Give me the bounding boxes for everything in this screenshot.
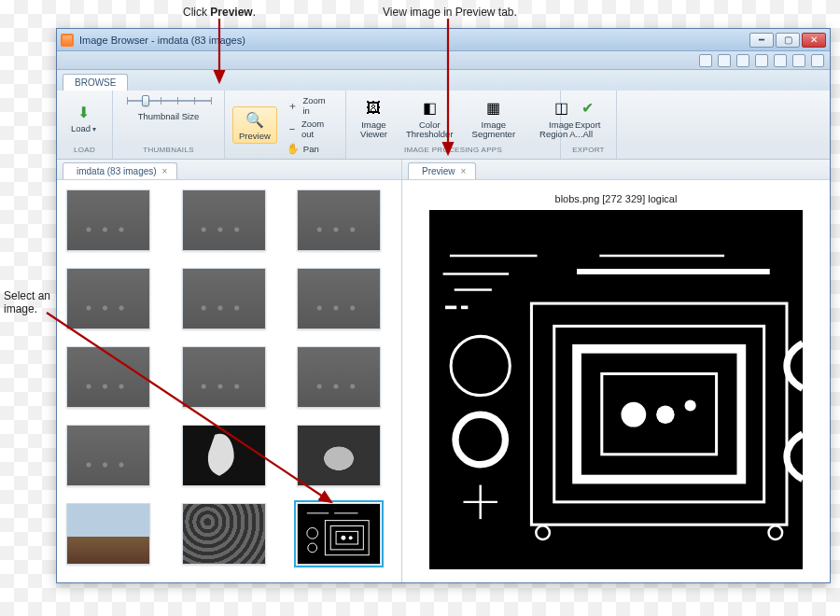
thumbnail[interactable] — [66, 189, 150, 251]
load-button[interactable]: ⬇ Load — [64, 99, 103, 136]
pan-button[interactable]: ✋Pan — [283, 141, 338, 156]
thumbnail-selected[interactable] — [297, 503, 381, 565]
thumbnail[interactable] — [297, 346, 381, 408]
zoom-in-icon: ＋ — [287, 99, 300, 112]
segmenter-icon: ▦ — [483, 98, 504, 119]
window-controls: ━ ▢ ✕ — [749, 33, 826, 48]
svg-rect-13 — [429, 235, 803, 544]
zoom-in-button[interactable]: ＋Zoom in — [283, 94, 338, 117]
pan-label: Pan — [303, 144, 319, 154]
load-icon: ⬇ — [74, 102, 94, 122]
load-label: Load — [71, 124, 96, 133]
group-label: IMAGE PROCESING APPS — [346, 146, 560, 159]
tab-label: imdata (83 images) — [77, 166, 157, 176]
left-pane-tabs: imdata (83 images) × — [57, 160, 401, 180]
qa-icon[interactable] — [718, 54, 731, 67]
annotation-view-preview-tab: View image in Preview tab. — [383, 6, 517, 19]
preview-button[interactable]: 🔍 Preview — [232, 106, 277, 144]
thumbnail[interactable] — [297, 189, 381, 251]
image-viewer-icon: 🖼 — [363, 98, 384, 119]
pan-icon: ✋ — [287, 142, 300, 155]
qa-icon[interactable] — [774, 54, 787, 67]
check-icon: ✔ — [578, 98, 598, 119]
window-title: Image Browser - imdata (83 images) — [79, 35, 245, 46]
ribbon-group-empty — [617, 91, 830, 159]
image-viewer-button[interactable]: 🖼Image Viewer — [354, 95, 394, 142]
thumbnail[interactable] — [66, 503, 150, 565]
thumbnail[interactable] — [182, 268, 266, 329]
preview-pane: Preview × blobs.png [272 329] logical — [402, 160, 830, 582]
btn-label: Image Viewer — [360, 120, 387, 139]
group-label: EXPORT — [561, 146, 616, 159]
ribbon: ⬇ Load LOAD Thumbnail Size THUMBNAILS — [57, 91, 830, 160]
thumbnail-size-label: Thumbnail Size — [138, 111, 199, 121]
ribbon-group-preview: 🔍 Preview ＋Zoom in −Zoom out ✋Pan PREVIE… — [225, 91, 346, 159]
thumbnail[interactable] — [182, 425, 266, 486]
image-segmenter-button[interactable]: ▦Image Segmenter — [466, 95, 522, 142]
minimize-button[interactable]: ━ — [749, 33, 774, 48]
btn-label: Export All — [575, 120, 600, 139]
magnifier-icon: 🔍 — [245, 109, 265, 130]
svg-point-30 — [656, 406, 674, 424]
thumbnail[interactable] — [297, 268, 381, 329]
close-button[interactable]: ✕ — [802, 33, 826, 48]
app-icon — [61, 34, 74, 47]
thumbnail-size-slider[interactable] — [127, 94, 211, 107]
annotation-text: . — [253, 6, 256, 19]
group-label: THUMBNAILS — [113, 146, 224, 159]
titlebar: Image Browser - imdata (83 images) ━ ▢ ✕ — [57, 29, 830, 51]
close-tab-icon[interactable]: × — [461, 166, 467, 176]
preview-image-title: blobs.png [272 329] logical — [555, 193, 678, 204]
content-area: imdata (83 images) × — [57, 160, 830, 582]
zoom-out-button[interactable]: −Zoom out — [283, 118, 338, 140]
qa-icon[interactable] — [755, 54, 768, 67]
qa-icon[interactable] — [736, 54, 749, 67]
qa-icon[interactable] — [792, 54, 805, 67]
annotation-select-image: Select an image. — [4, 289, 50, 315]
zoom-in-label: Zoom in — [302, 95, 334, 116]
annotation-text: Select an — [4, 289, 50, 302]
ribbon-group-apps: 🖼Image Viewer ◧Color Thresholder ▦Image … — [346, 91, 561, 159]
btn-label: Image Segmenter — [472, 120, 515, 139]
left-pane-tab[interactable]: imdata (83 images) × — [63, 162, 177, 179]
close-tab-icon[interactable]: × — [162, 166, 168, 176]
thumbnail[interactable] — [297, 425, 381, 486]
ribbon-group-export: ✔Export All EXPORT — [561, 91, 617, 159]
ribbon-tabstrip: BROWSE — [57, 70, 830, 91]
right-pane-tabs: Preview × — [402, 160, 830, 180]
svg-point-29 — [621, 402, 646, 427]
thumbnail[interactable] — [66, 268, 150, 329]
zoom-out-icon: − — [287, 122, 298, 135]
annotation-text: image. — [4, 302, 37, 315]
ribbon-group-load: ⬇ Load LOAD — [57, 91, 113, 159]
tab-label: Preview — [422, 166, 455, 176]
color-thresholder-button[interactable]: ◧Color Thresholder — [399, 95, 460, 142]
thumbnail[interactable] — [182, 189, 266, 251]
preview-body: blobs.png [272 329] logical — [402, 180, 830, 582]
svg-rect-20 — [461, 306, 468, 310]
quick-access-bar — [57, 51, 830, 70]
thresholder-icon: ◧ — [419, 98, 440, 119]
thumbnail[interactable] — [182, 503, 266, 565]
maximize-button[interactable]: ▢ — [776, 33, 800, 48]
qa-icon[interactable] — [699, 54, 712, 67]
thumbnail[interactable] — [182, 346, 266, 408]
qa-help-icon[interactable] — [811, 54, 824, 67]
svg-point-12 — [349, 536, 353, 539]
annotation-text: Click — [183, 6, 210, 19]
export-all-button[interactable]: ✔Export All — [568, 95, 607, 142]
annotation-text-bold: Preview — [210, 6, 252, 19]
ribbon-group-thumbnails: Thumbnail Size THUMBNAILS — [113, 91, 225, 159]
thumbnail[interactable] — [66, 425, 150, 486]
preview-image — [429, 210, 803, 569]
thumbnail-grid-body[interactable] — [57, 180, 401, 582]
svg-point-11 — [342, 536, 346, 540]
thumbnail-pane: imdata (83 images) × — [57, 160, 402, 582]
tab-browse[interactable]: BROWSE — [63, 74, 128, 91]
preview-tab[interactable]: Preview × — [408, 162, 476, 179]
thumbnail[interactable] — [66, 346, 150, 408]
group-label: LOAD — [57, 146, 112, 159]
app-window: Image Browser - imdata (83 images) ━ ▢ ✕… — [56, 28, 831, 583]
annotation-text: View image in Preview tab. — [383, 6, 517, 19]
svg-point-31 — [685, 399, 696, 411]
